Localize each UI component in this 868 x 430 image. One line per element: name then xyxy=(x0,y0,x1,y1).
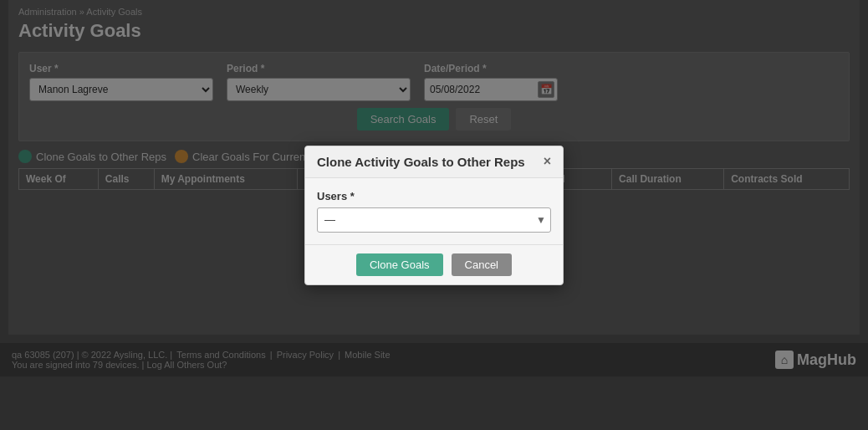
modal-box: Clone Activity Goals to Other Reps × Use… xyxy=(304,146,564,285)
modal-header: Clone Activity Goals to Other Reps × xyxy=(305,146,563,178)
modal-overlay: Clone Activity Goals to Other Reps × Use… xyxy=(0,0,868,430)
modal-select-wrapper: — ▼ xyxy=(317,207,551,233)
modal-close-button[interactable]: × xyxy=(544,155,551,168)
modal-footer: Clone Goals Cancel xyxy=(305,244,563,284)
modal-body: Users * — ▼ xyxy=(305,178,563,244)
page-wrapper: Administration » Activity Goals Activity… xyxy=(0,0,868,430)
modal-title: Clone Activity Goals to Other Reps xyxy=(317,155,525,169)
modal-users-label: Users * xyxy=(317,190,551,202)
modal-clone-goals-button[interactable]: Clone Goals xyxy=(356,253,443,276)
modal-users-select[interactable]: — xyxy=(317,207,551,233)
modal-cancel-button[interactable]: Cancel xyxy=(452,253,512,276)
